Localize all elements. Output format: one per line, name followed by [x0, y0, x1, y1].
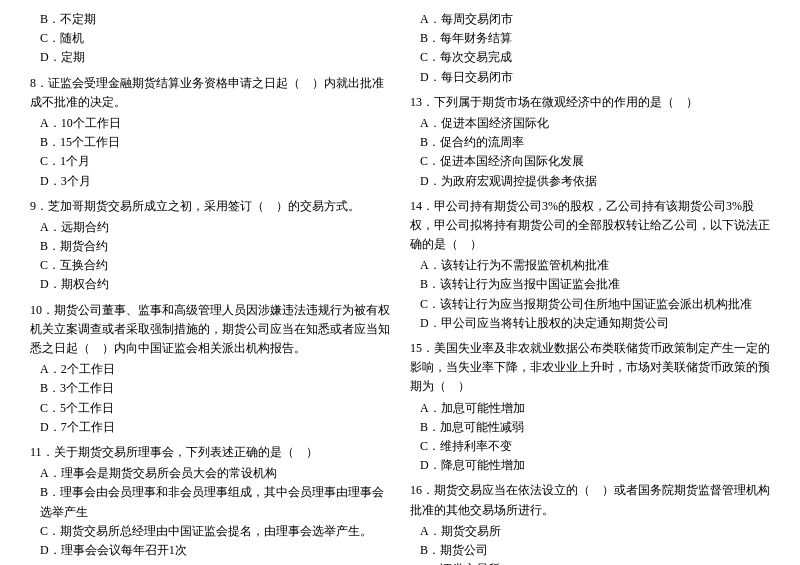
page-container: B．不定期 C．随机 D．定期 8．证监会受理金融期货结算业务资格申请之日起（ … [30, 10, 770, 565]
q15-option-c: C．维持利率不变 [420, 437, 770, 456]
q9-option-b: B．期货合约 [40, 237, 390, 256]
q9-option-a: A．远期合约 [40, 218, 390, 237]
q11-option-b: B．理事会由会员理事和非会员理事组成，其中会员理事由理事会选举产生 [40, 483, 390, 521]
question-13-text: 13．下列属于期货市场在微观经济中的作用的是（ ） [410, 93, 770, 112]
q15-option-d: D．降息可能性增加 [420, 456, 770, 475]
q14-option-b: B．该转让行为应当报中国证监会批准 [420, 275, 770, 294]
option-b-annual: B．每年财务结算 [420, 29, 770, 48]
q16-option-a: A．期货交易所 [420, 522, 770, 541]
q13-option-b: B．促合约的流周率 [420, 133, 770, 152]
left-column: B．不定期 C．随机 D．定期 8．证监会受理金融期货结算业务资格申请之日起（ … [30, 10, 390, 565]
question-11: 11．关于期货交易所理事会，下列表述正确的是（ ） A．理事会是期货交易所会员大… [30, 443, 390, 560]
option-b-noperiod: B．不定期 [40, 10, 390, 29]
option-c-random: C．随机 [40, 29, 390, 48]
question-10: 10．期货公司董事、监事和高级管理人员因涉嫌违法违规行为被有权机关立案调查或者采… [30, 301, 390, 437]
q14-option-d: D．甲公司应当将转让股权的决定通知期货公司 [420, 314, 770, 333]
question-15: 15．美国失业率及非农就业数据公布类联储货币政策制定产生一定的影响，当失业率下降… [410, 339, 770, 475]
q13-option-c: C．促进本国经济向国际化发展 [420, 152, 770, 171]
question-8-text: 8．证监会受理金融期货结算业务资格申请之日起（ ）内就出批准成不批准的决定。 [30, 74, 390, 112]
q8-option-d: D．3个月 [40, 172, 390, 191]
option-d-period: D．定期 [40, 48, 390, 67]
right-column: A．每周交易闭市 B．每年财务结算 C．每次交易完成 D．每日交易闭市 13．下… [410, 10, 770, 565]
q14-option-c: C．该转让行为应当报期货公司住所地中国证监会派出机构批准 [420, 295, 770, 314]
question-10-text: 10．期货公司董事、监事和高级管理人员因涉嫌违法违规行为被有权机关立案调查或者采… [30, 301, 390, 359]
question-8: 8．证监会受理金融期货结算业务资格申请之日起（ ）内就出批准成不批准的决定。 A… [30, 74, 390, 191]
question-16-text: 16．期货交易应当在依法设立的（ ）或者国务院期货监督管理机构批准的其他交易场所… [410, 481, 770, 519]
q15-option-b: B．加息可能性减弱 [420, 418, 770, 437]
question-14: 14．甲公司持有期货公司3%的股权，乙公司持有该期货公司3%股权，甲公司拟将持有… [410, 197, 770, 333]
option-a-weekly: A．每周交易闭市 [420, 10, 770, 29]
question-13: 13．下列属于期货市场在微观经济中的作用的是（ ） A．促进本国经济国际化 B．… [410, 93, 770, 191]
q8-option-b: B．15个工作日 [40, 133, 390, 152]
question-9-text: 9．芝加哥期货交易所成立之初，采用签订（ ）的交易方式。 [30, 197, 390, 216]
q10-option-d: D．7个工作日 [40, 418, 390, 437]
option-c-each: C．每次交易完成 [420, 48, 770, 67]
question-11-text: 11．关于期货交易所理事会，下列表述正确的是（ ） [30, 443, 390, 462]
q9-option-d: D．期权合约 [40, 275, 390, 294]
q13-option-d: D．为政府宏观调控提供参考依据 [420, 172, 770, 191]
q16-option-c: C．证券交易所 [420, 560, 770, 565]
question-14-text: 14．甲公司持有期货公司3%的股权，乙公司持有该期货公司3%股权，甲公司拟将持有… [410, 197, 770, 255]
q9-option-c: C．互换合约 [40, 256, 390, 275]
q16-option-b: B．期货公司 [420, 541, 770, 560]
continuation-options-right: A．每周交易闭市 B．每年财务结算 C．每次交易完成 D．每日交易闭市 [410, 10, 770, 87]
q11-option-c: C．期货交易所总经理由中国证监会提名，由理事会选举产生。 [40, 522, 390, 541]
question-15-text: 15．美国失业率及非农就业数据公布类联储货币政策制定产生一定的影响，当失业率下降… [410, 339, 770, 397]
question-9: 9．芝加哥期货交易所成立之初，采用签订（ ）的交易方式。 A．远期合约 B．期货… [30, 197, 390, 295]
q15-option-a: A．加息可能性增加 [420, 399, 770, 418]
q11-option-d: D．理事会会议每年召开1次 [40, 541, 390, 560]
option-d-daily: D．每日交易闭市 [420, 68, 770, 87]
q10-option-c: C．5个工作日 [40, 399, 390, 418]
question-16: 16．期货交易应当在依法设立的（ ）或者国务院期货监督管理机构批准的其他交易场所… [410, 481, 770, 565]
q13-option-a: A．促进本国经济国际化 [420, 114, 770, 133]
q10-option-b: B．3个工作日 [40, 379, 390, 398]
q8-option-c: C．1个月 [40, 152, 390, 171]
q11-option-a: A．理事会是期货交易所会员大会的常设机构 [40, 464, 390, 483]
q8-option-a: A．10个工作日 [40, 114, 390, 133]
continuation-options-left: B．不定期 C．随机 D．定期 [30, 10, 390, 68]
q10-option-a: A．2个工作日 [40, 360, 390, 379]
q14-option-a: A．该转让行为不需报监管机构批准 [420, 256, 770, 275]
